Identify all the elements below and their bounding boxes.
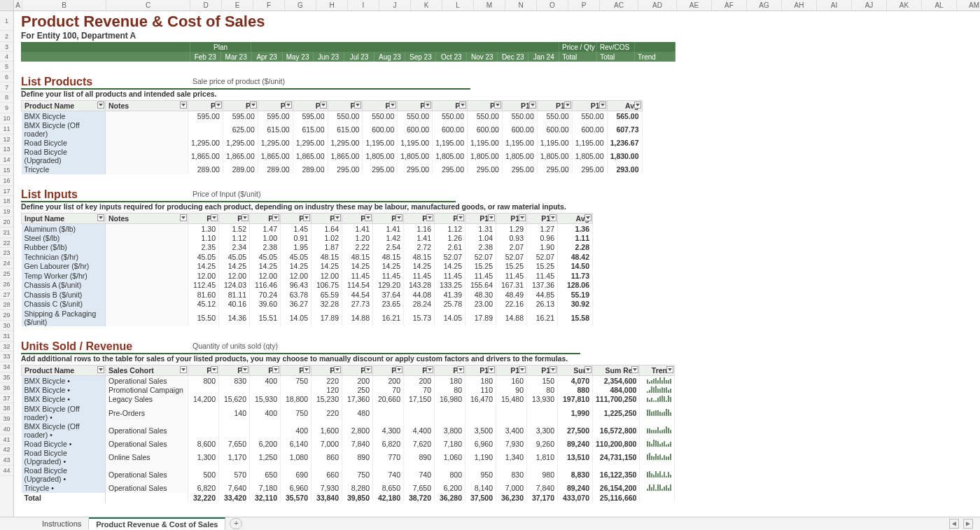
filter-icon[interactable] (426, 366, 433, 373)
table-row[interactable]: BMX Bicycle (Off roader) •Pre-Orders1404… (22, 404, 675, 421)
filter-icon[interactable] (334, 214, 341, 221)
filter-icon[interactable] (550, 366, 556, 373)
col-header-C[interactable]: C (106, 0, 190, 11)
filter-icon[interactable] (488, 366, 495, 373)
table-row[interactable]: BMX Bicycle (Off roader)625.00615.00615.… (22, 120, 643, 138)
filter-icon[interactable] (426, 214, 433, 221)
filter-icon[interactable] (584, 214, 592, 221)
filter-icon[interactable] (285, 102, 292, 109)
col-header-J[interactable]: J (379, 0, 411, 11)
col-header-K[interactable]: K (411, 0, 442, 11)
filter-icon[interactable] (396, 366, 402, 373)
col-header-A[interactable]: A (14, 0, 22, 11)
col-header-G[interactable]: G (285, 0, 316, 11)
col-header-AF[interactable]: AF (712, 0, 747, 11)
col-header-L[interactable]: L (442, 0, 474, 11)
table-row[interactable]: Steel ($/lb)1.101.121.000.911.021.201.42… (22, 233, 593, 243)
filter-icon[interactable] (180, 366, 187, 373)
col-header-I[interactable]: I (348, 0, 379, 11)
table-row[interactable]: Shipping & Packaging ($/unit)15.5014.361… (22, 309, 593, 326)
col-header-N[interactable]: N (505, 0, 537, 11)
filter-icon[interactable] (457, 366, 464, 373)
filter-icon[interactable] (365, 214, 372, 221)
filter-icon[interactable] (320, 102, 327, 109)
filter-icon[interactable] (250, 102, 257, 109)
filter-icon[interactable] (272, 214, 279, 221)
table-row[interactable]: Road Bicycle (Upgraded) •Online Sales1,3… (22, 449, 675, 466)
col-header-AE[interactable]: AE (677, 0, 712, 11)
col-header-O[interactable]: O (537, 0, 568, 11)
filter-icon[interactable] (97, 214, 104, 221)
filter-icon[interactable] (389, 102, 396, 109)
col-header-AJ[interactable]: AJ (852, 0, 887, 11)
table-row[interactable]: BMX Bicycle595.00595.00595.00595.00550.0… (22, 111, 643, 121)
filter-icon[interactable] (457, 214, 464, 221)
filter-icon[interactable] (272, 366, 279, 373)
filter-icon[interactable] (303, 214, 310, 221)
filter-icon[interactable] (97, 102, 104, 109)
filter-icon[interactable] (666, 366, 673, 373)
col-header-M[interactable]: M (474, 0, 505, 11)
filter-icon[interactable] (550, 214, 556, 221)
table-row[interactable]: BMX Bicycle (Off roader) •Operational Sa… (22, 421, 675, 439)
select-all-corner[interactable] (0, 0, 14, 11)
table-row[interactable]: Road Bicycle •Operational Sales8,6007,65… (22, 439, 675, 449)
filter-icon[interactable] (303, 366, 310, 373)
filter-icon[interactable] (519, 214, 526, 221)
table-row[interactable]: Rubber ($/lb)2.352.342.381.951.872.222.5… (22, 243, 593, 253)
col-header-F[interactable]: F (253, 0, 285, 11)
filter-icon[interactable] (334, 366, 341, 373)
col-header-AL[interactable]: AL (922, 0, 957, 11)
col-header-AK[interactable]: AK (887, 0, 922, 11)
filter-icon[interactable] (488, 214, 495, 221)
table-row[interactable]: Chassis A ($/unit)112.45124.03116.4696.4… (22, 281, 593, 291)
filter-icon[interactable] (215, 102, 222, 109)
filter-icon[interactable] (241, 366, 248, 373)
filter-icon[interactable] (631, 366, 638, 373)
filter-icon[interactable] (529, 102, 536, 109)
filter-icon[interactable] (211, 214, 218, 221)
col-header-AM[interactable]: AM (957, 0, 980, 11)
col-header-AI[interactable]: AI (817, 0, 852, 11)
filter-icon[interactable] (634, 102, 641, 109)
table-row[interactable]: BMX Bicycle •Operational Sales8008304007… (22, 376, 675, 386)
filter-icon[interactable] (97, 366, 104, 373)
worksheet-surface[interactable]: Product Revenue & Cost of Sales For Enti… (14, 11, 980, 517)
table-row[interactable]: Temp Worker ($/hr)12.0012.0012.0012.0012… (22, 271, 593, 281)
filter-icon[interactable] (180, 102, 187, 109)
table-row[interactable]: Gen Labourer ($/hr)14.2514.2514.2514.251… (22, 262, 593, 272)
col-header-H[interactable]: H (316, 0, 348, 11)
col-header-AG[interactable]: AG (747, 0, 782, 11)
col-header-E[interactable]: E (222, 0, 253, 11)
filter-icon[interactable] (584, 366, 592, 373)
table-row[interactable]: Chassis C ($/unit)45.1240.1639.6036.2732… (22, 300, 593, 309)
table-row[interactable]: Road Bicycle1,295.001,295.001,295.001,29… (22, 138, 643, 148)
col-header-D[interactable]: D (190, 0, 222, 11)
filter-icon[interactable] (241, 214, 248, 221)
filter-icon[interactable] (354, 102, 361, 109)
filter-icon[interactable] (519, 366, 526, 373)
filter-icon[interactable] (599, 102, 606, 109)
filter-icon[interactable] (494, 102, 501, 109)
filter-icon[interactable] (564, 102, 571, 109)
table-row[interactable]: Tricycle289.00289.00289.00289.00295.0029… (22, 165, 643, 175)
table-row[interactable]: Tricycle •Operational Sales6,8207,6407,1… (22, 484, 675, 494)
table-row[interactable]: Chassis B ($/unit)81.6081.1170.2463.7865… (22, 290, 593, 300)
col-header-P[interactable]: P (568, 0, 600, 11)
table-row[interactable]: BMX Bicycle •Promotional Campaign1202507… (22, 385, 675, 395)
filter-icon[interactable] (396, 214, 402, 221)
table-row[interactable]: Technician ($/hr)45.0545.0545.0545.0548.… (22, 252, 593, 262)
filter-icon[interactable] (459, 102, 466, 109)
filter-icon[interactable] (365, 366, 372, 373)
filter-icon[interactable] (424, 102, 431, 109)
table-row[interactable]: Aluminum ($/lb)1.301.521.471.451.641.411… (22, 224, 593, 234)
col-header-AH[interactable]: AH (782, 0, 817, 11)
col-header-B[interactable]: B (22, 0, 106, 11)
table-row[interactable]: Road Bicycle (Upgraded) •Operational Sal… (22, 466, 675, 484)
filter-icon[interactable] (180, 214, 187, 221)
table-row[interactable]: BMX Bicycle •Legacy Sales14,20015,62015,… (22, 395, 675, 405)
col-header-AC[interactable]: AC (600, 0, 638, 11)
col-header-AD[interactable]: AD (638, 0, 677, 11)
filter-icon[interactable] (211, 366, 218, 373)
table-row[interactable]: Road Bicycle (Upgraded)1,865.001,865.001… (22, 148, 643, 165)
